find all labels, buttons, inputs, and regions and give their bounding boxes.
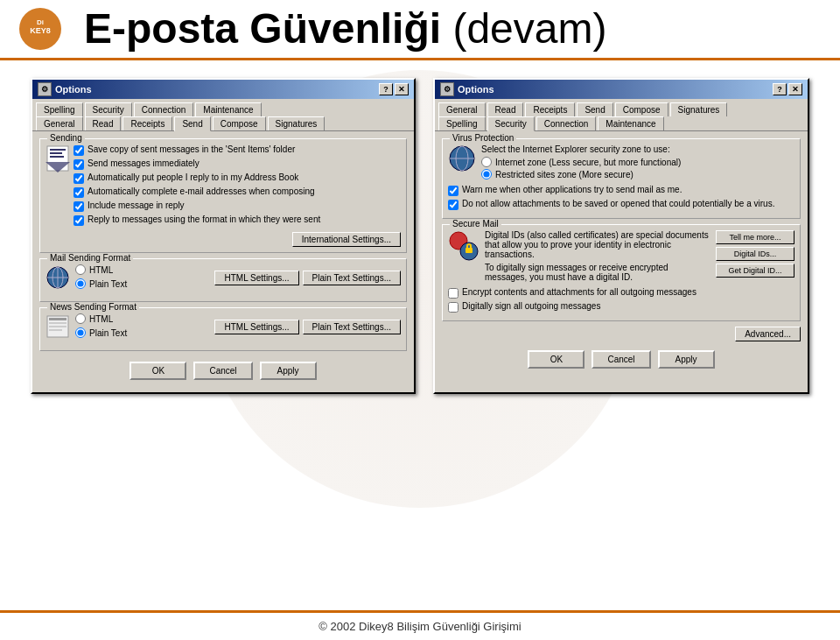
vp-zone-label: Select the Internet Explorer security zo… xyxy=(481,144,681,154)
dialog1-bottom-buttons: OK Cancel Apply xyxy=(39,356,407,385)
lock-icon xyxy=(448,230,480,262)
tab-security-2[interactable]: Security xyxy=(487,116,535,131)
mail-format-buttons: HTML Settings... Plain Text Settings... xyxy=(214,271,401,285)
dialog1-apply-button[interactable]: Apply xyxy=(260,362,317,380)
close-button-2[interactable]: ✕ xyxy=(788,83,802,95)
tab-spelling-1[interactable]: Spelling xyxy=(36,102,83,116)
tab-compose-2[interactable]: Compose xyxy=(615,102,668,116)
footer-copyright: © 2002 Dikey8 Bilişim Güvenliği Girişimi xyxy=(318,620,521,633)
globe-icon xyxy=(46,265,70,290)
vp-text-area: Select the Internet Explorer security zo… xyxy=(481,144,681,181)
dialog2-apply-button[interactable]: Apply xyxy=(658,350,715,369)
news-format-label: News Sending Format xyxy=(47,302,139,312)
tab-read-1[interactable]: Read xyxy=(85,116,122,130)
tab-general-1[interactable]: General xyxy=(36,116,83,130)
mail-format-label: Mail Sending Format xyxy=(47,253,133,263)
news-plain-settings-button[interactable]: Plain Text Settings... xyxy=(303,320,401,334)
svg-text:KEY8: KEY8 xyxy=(30,26,51,35)
svg-rect-13 xyxy=(49,318,66,320)
sm-text1: Digital IDs (also called certificates) a… xyxy=(485,230,710,259)
help-button[interactable]: ? xyxy=(379,83,393,95)
dialog2-title: Options xyxy=(458,84,494,95)
svg-text:Di: Di xyxy=(37,18,44,26)
advanced-button[interactable]: Advanced... xyxy=(735,327,801,341)
news-radios: HTML Plain Text xyxy=(75,313,127,340)
dialog2-body: Virus Protection Select the Internet Exp… xyxy=(435,131,808,381)
dialog2-titlebar: ⚙ Options ? ✕ xyxy=(435,80,808,99)
dialog1-tabs-row2: General Read Receipts Send Compose Signa… xyxy=(32,116,414,131)
mail-html-settings-button[interactable]: HTML Settings... xyxy=(214,271,298,285)
tab-general-2[interactable]: General xyxy=(438,102,486,116)
dialog1-titlebar: ⚙ Options ? ✕ xyxy=(32,80,414,99)
virus-protection-group: Virus Protection Select the Internet Exp… xyxy=(442,138,801,219)
news-format-group: News Sending Format HTML xyxy=(39,307,407,351)
svg-rect-14 xyxy=(49,322,66,324)
header: Di KEY8 E-posta Güvenliği (devam) xyxy=(0,0,840,60)
sending-icon xyxy=(46,144,70,176)
tab-maintenance-2[interactable]: Maintenance xyxy=(598,116,663,130)
tab-connection-1[interactable]: Connection xyxy=(134,102,194,116)
get-digital-id-button[interactable]: Get Digital ID... xyxy=(716,264,794,278)
virus-protection-label: Virus Protection xyxy=(450,133,516,143)
tab-security-1[interactable]: Security xyxy=(85,102,132,116)
dialog2-ok-button[interactable]: OK xyxy=(528,350,584,369)
close-button[interactable]: ✕ xyxy=(395,83,409,95)
international-settings-button[interactable]: International Settings... xyxy=(292,232,401,247)
svg-rect-4 xyxy=(50,149,66,151)
news-plain-radio: Plain Text xyxy=(75,327,127,338)
mail-plain-settings-button[interactable]: Plain Text Settings... xyxy=(303,271,401,285)
sm-main-row: Digital IDs (also called certificates) a… xyxy=(448,230,794,282)
dialog1-ok-button[interactable]: OK xyxy=(130,362,186,380)
tab-send-2[interactable]: Send xyxy=(577,102,612,116)
help-button-2[interactable]: ? xyxy=(773,83,787,95)
tab-send-1[interactable]: Send xyxy=(174,116,210,131)
tab-receipts-1[interactable]: Receipts xyxy=(122,116,172,130)
news-icon xyxy=(46,314,70,339)
news-html-radio: HTML xyxy=(75,313,127,324)
main-content: ⚙ Options ? ✕ Spelling Security Connecti… xyxy=(0,60,840,411)
dialog2-tabs-row1: General Read Receipts Send Compose Signa… xyxy=(435,99,808,116)
tab-signatures-2[interactable]: Signatures xyxy=(670,102,728,116)
dialog2-bottom-buttons: OK Cancel Apply xyxy=(442,345,801,374)
dialog-send: ⚙ Options ? ✕ Spelling Security Connecti… xyxy=(31,78,416,394)
shield-icon xyxy=(448,144,476,172)
footer: © 2002 Dikey8 Bilişim Güvenliği Girişimi xyxy=(0,610,840,640)
tab-signatures-1[interactable]: Signatures xyxy=(268,116,326,130)
title-main: E-posta Güvenliği xyxy=(84,5,441,52)
vp-check-attachments: Do not allow attachments to be saved or … xyxy=(448,199,794,210)
tab-maintenance-1[interactable]: Maintenance xyxy=(195,102,261,116)
sm-buttons: Tell me more... Digital IDs... Get Digit… xyxy=(716,230,794,282)
sm-check-sign: Digitally sign all outgoing messages xyxy=(448,301,794,313)
tab-connection-2[interactable]: Connection xyxy=(536,116,597,130)
news-format-buttons: HTML Settings... Plain Text Settings... xyxy=(214,320,401,334)
mail-radios: HTML Plain Text xyxy=(75,264,127,291)
dialog2-tabs-row2: Spelling Security Connection Maintenance xyxy=(435,116,808,131)
tab-read-2[interactable]: Read xyxy=(487,102,524,116)
mail-html-radio: HTML xyxy=(75,264,127,275)
tab-spelling-2[interactable]: Spelling xyxy=(438,116,486,130)
dialog2-cancel-button[interactable]: Cancel xyxy=(592,350,650,369)
check-address-book: Automatically put people I reply to in m… xyxy=(74,172,401,184)
vp-main-row: Select the Internet Explorer security zo… xyxy=(448,144,794,181)
svg-rect-6 xyxy=(50,156,64,158)
news-html-settings-button[interactable]: HTML Settings... xyxy=(214,320,298,334)
title-subtitle: (devam) xyxy=(452,5,606,52)
vp-radio-internet: Internet zone (Less secure, but more fun… xyxy=(481,157,681,167)
tell-more-button[interactable]: Tell me more... xyxy=(716,230,794,244)
dialog1-title: Options xyxy=(55,84,92,95)
digital-ids-button[interactable]: Digital IDs... xyxy=(716,247,794,261)
page-title: E-posta Güvenliği (devam) xyxy=(84,8,606,50)
sm-check-encrypt: Encrypt contents and attachments for all… xyxy=(448,287,794,299)
dialog1-cancel-button[interactable]: Cancel xyxy=(193,362,252,380)
sending-options: Save copy of sent messages in the 'Sent … xyxy=(74,144,401,229)
sending-label: Sending xyxy=(47,133,85,143)
check-autocomplete: Automatically complete e-mail addresses … xyxy=(74,186,401,198)
tab-receipts-2[interactable]: Receipts xyxy=(525,102,575,116)
sm-text-area: Digital IDs (also called certificates) a… xyxy=(485,230,710,282)
sending-group: Sending Save copy of sent mes xyxy=(39,138,407,253)
options-icon: ⚙ xyxy=(38,82,52,96)
mail-format-group: Mail Sending Format HTML Plain Text xyxy=(39,258,407,302)
news-format-row: HTML Plain Text HTML Settings... Plain T… xyxy=(46,313,401,340)
tab-compose-1[interactable]: Compose xyxy=(213,116,266,130)
mail-plain-radio: Plain Text xyxy=(75,278,127,289)
